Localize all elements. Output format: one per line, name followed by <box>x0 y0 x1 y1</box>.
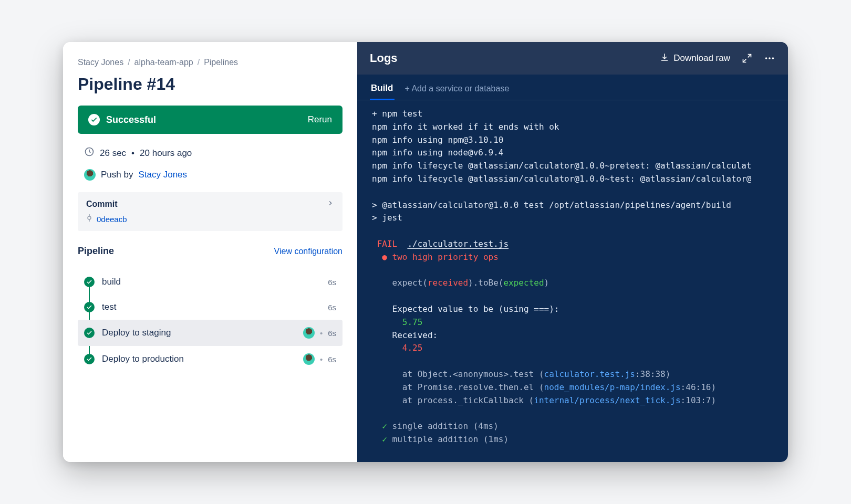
svg-point-9 <box>772 57 774 59</box>
step-meta: •6s <box>303 327 336 339</box>
step-label: Deploy to staging <box>102 328 296 338</box>
step-label: test <box>102 302 320 312</box>
chevron-right-icon <box>327 200 334 209</box>
expand-icon[interactable] <box>742 53 752 64</box>
log-line: at Promise.resolve.then.el (node_modules… <box>372 381 775 394</box>
log-line: 5.75 <box>372 316 775 329</box>
log-line: ✓ single addition (4ms) <box>372 420 775 433</box>
log-line: 4.25 <box>372 342 775 355</box>
tab-build[interactable]: Build <box>370 80 395 100</box>
log-line: npm info using node@v6.9.4 <box>372 146 775 160</box>
logs-tabs: Build + Add a service or database <box>357 75 788 100</box>
pipeline-heading: Pipeline <box>78 246 114 257</box>
svg-line-6 <box>743 59 746 62</box>
log-line <box>372 290 775 303</box>
logs-header: Logs Download raw <box>357 42 788 75</box>
success-check-icon <box>84 328 95 338</box>
log-line: > jest <box>372 212 775 225</box>
push-row: Push by Stacy Jones <box>84 169 343 181</box>
step-list: build6stest6sDeploy to staging•6sDeploy … <box>78 269 343 372</box>
success-check-icon <box>84 302 95 312</box>
duration-row: 26 sec • 20 hours ago <box>84 146 343 160</box>
pipeline-panel: Stacy Jones / alpha-team-app / Pipelines… <box>63 42 357 462</box>
status-label: Successful <box>106 114 156 125</box>
commit-hash-row: 0deeacb <box>86 214 334 224</box>
avatar <box>303 327 315 339</box>
log-line: npm info it worked if it ends with ok <box>372 121 775 134</box>
commit-glyph-icon <box>86 214 92 224</box>
log-line: npm info lifecycle @atlassian/calculator… <box>372 173 775 186</box>
commit-header: Commit <box>86 200 334 209</box>
step-item[interactable]: build6s <box>78 269 343 295</box>
log-line: at process._tickCallback (internal/proce… <box>372 394 775 407</box>
log-line <box>372 355 775 368</box>
log-output[interactable]: + npm testnpm info it worked if it ends … <box>357 100 788 462</box>
log-line: + npm test <box>372 108 775 121</box>
log-line: at Object.<anonymous>.test (calculator.t… <box>372 368 775 381</box>
breadcrumb-item[interactable]: Pipelines <box>204 58 238 67</box>
svg-point-8 <box>769 57 771 59</box>
log-line <box>372 186 775 199</box>
breadcrumb-separator: / <box>128 58 130 67</box>
step-duration: 6s <box>328 329 336 338</box>
avatar <box>303 353 315 365</box>
log-line: FAIL ./calculator.test.js <box>372 238 775 251</box>
app-window: Stacy Jones / alpha-team-app / Pipelines… <box>63 42 788 462</box>
meta-separator: • <box>131 148 134 159</box>
logs-actions: Download raw <box>660 52 775 65</box>
step-meta: •6s <box>303 353 336 365</box>
log-line <box>372 407 775 420</box>
log-line: ✓ multiple addition (1ms) <box>372 433 775 446</box>
step-label: build <box>102 277 320 287</box>
step-label: Deploy to production <box>102 354 296 364</box>
more-icon[interactable] <box>764 52 775 64</box>
step-duration: 6s <box>328 278 336 287</box>
step-item[interactable]: Deploy to staging•6s <box>78 320 343 346</box>
logs-title: Logs <box>370 51 398 65</box>
step-meta: 6s <box>328 303 336 312</box>
duration-text: 26 sec <box>100 148 126 159</box>
step-duration: 6s <box>328 355 336 364</box>
push-prefix: Push by <box>101 170 133 180</box>
success-check-icon <box>84 277 95 287</box>
log-line: > @atlassian/calculator@1.0.0 test /opt/… <box>372 199 775 212</box>
step-meta: 6s <box>328 278 336 287</box>
age-text: 20 hours ago <box>140 148 192 159</box>
log-line: Received: <box>372 329 775 342</box>
download-icon <box>660 52 669 65</box>
commit-hash-link[interactable]: 0deeacb <box>97 215 127 224</box>
log-line: npm info lifecycle @atlassian/calculator… <box>372 160 775 173</box>
log-line: ● two high priority ops <box>372 251 775 264</box>
success-check-icon <box>88 114 100 125</box>
step-duration: 6s <box>328 303 336 312</box>
status-label-group: Successful <box>88 114 156 125</box>
clock-icon <box>84 146 95 160</box>
view-configuration-link[interactable]: View configuration <box>274 247 343 256</box>
status-bar: Successful Rerun <box>78 106 343 134</box>
add-service-button[interactable]: + Add a service or database <box>404 81 511 99</box>
step-item[interactable]: Deploy to production•6s <box>78 346 343 372</box>
pipeline-section-header: Pipeline View configuration <box>78 246 343 257</box>
download-raw-label: Download raw <box>673 53 730 64</box>
svg-point-7 <box>765 57 767 59</box>
logs-panel: Logs Download raw Build + Add a service … <box>357 42 788 462</box>
commit-box[interactable]: Commit 0deeacb <box>78 192 343 231</box>
log-line <box>372 264 775 277</box>
rerun-button[interactable]: Rerun <box>308 114 332 125</box>
breadcrumb: Stacy Jones / alpha-team-app / Pipelines <box>78 58 343 67</box>
log-line: npm info using npm@3.10.10 <box>372 134 775 147</box>
breadcrumb-item[interactable]: Stacy Jones <box>78 58 123 67</box>
log-line <box>372 225 775 238</box>
log-line: Expected value to be (using ===): <box>372 303 775 316</box>
commit-heading: Commit <box>86 200 118 209</box>
dot-separator: • <box>320 329 323 338</box>
svg-point-2 <box>88 216 91 219</box>
author-link[interactable]: Stacy Jones <box>138 170 187 180</box>
breadcrumb-item[interactable]: alpha-team-app <box>134 58 193 67</box>
dot-separator: • <box>320 355 323 364</box>
avatar <box>84 169 96 181</box>
step-item[interactable]: test6s <box>78 295 343 320</box>
download-raw-button[interactable]: Download raw <box>660 52 730 65</box>
breadcrumb-separator: / <box>198 58 200 67</box>
page-title: Pipeline #14 <box>78 75 343 94</box>
